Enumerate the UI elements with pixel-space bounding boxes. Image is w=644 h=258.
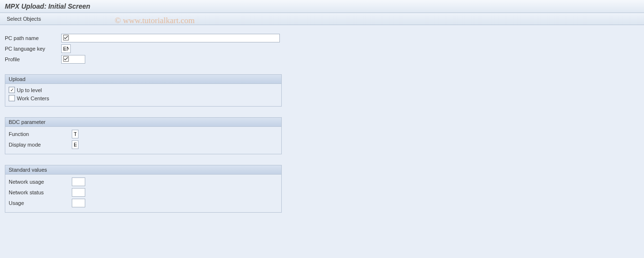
- pc-path-name-input[interactable]: [61, 34, 280, 42]
- display-mode-label: Display mode: [9, 142, 72, 148]
- upload-group-header: Upload: [5, 75, 281, 84]
- usage-input[interactable]: [72, 199, 85, 207]
- upload-group: Upload Up to level Work Centers: [5, 74, 282, 107]
- usage-row: Usage: [9, 199, 278, 207]
- network-usage-row: Network usage: [9, 177, 278, 186]
- function-label: Function: [9, 131, 72, 137]
- select-objects-button[interactable]: Select Objects: [5, 15, 43, 23]
- content-area: PC path name PC language key Profile Upl…: [0, 25, 644, 217]
- function-row: Function: [9, 130, 278, 138]
- network-status-label: Network status: [9, 190, 72, 195]
- work-centers-label: Work Centers: [17, 95, 49, 101]
- network-status-row: Network status: [9, 188, 278, 197]
- profile-input[interactable]: [61, 55, 85, 64]
- pc-language-key-row: PC language key: [5, 44, 639, 53]
- required-check-icon: [63, 35, 69, 41]
- up-to-level-row: Up to level: [9, 87, 278, 93]
- page-title: MPX Upload: Initial Screen: [5, 2, 90, 10]
- standard-values-group-header: Standard values: [5, 165, 281, 175]
- display-mode-input[interactable]: [72, 140, 79, 149]
- profile-row: Profile: [5, 55, 639, 64]
- network-usage-label: Network usage: [9, 179, 72, 185]
- work-centers-row: Work Centers: [9, 95, 278, 101]
- required-check-icon: [63, 56, 69, 62]
- network-status-input[interactable]: [72, 188, 85, 197]
- toolbar: Select Objects: [0, 13, 644, 25]
- display-mode-row: Display mode: [9, 140, 278, 149]
- upload-group-body: Up to level Work Centers: [5, 84, 281, 106]
- profile-label: Profile: [5, 56, 61, 62]
- network-usage-input[interactable]: [72, 177, 85, 186]
- work-centers-checkbox[interactable]: [9, 95, 15, 101]
- up-to-level-label: Up to level: [17, 87, 42, 93]
- pc-language-key-input[interactable]: [61, 44, 71, 53]
- function-input[interactable]: [72, 130, 79, 138]
- bdc-group: BDC parameter Function Display mode: [5, 117, 282, 154]
- pc-path-name-row: PC path name: [5, 34, 639, 42]
- bdc-group-body: Function Display mode: [5, 127, 281, 154]
- pc-path-name-label: PC path name: [5, 35, 61, 41]
- standard-values-group: Standard values Network usage Network st…: [5, 165, 282, 213]
- title-bar: MPX Upload: Initial Screen: [0, 0, 644, 13]
- bdc-group-header: BDC parameter: [5, 118, 281, 127]
- standard-values-group-body: Network usage Network status Usage: [5, 175, 281, 212]
- pc-language-key-label: PC language key: [5, 46, 61, 52]
- up-to-level-checkbox[interactable]: [9, 87, 15, 93]
- usage-label: Usage: [9, 200, 72, 206]
